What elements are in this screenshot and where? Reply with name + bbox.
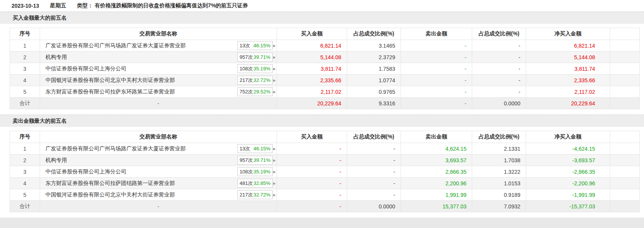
listed-times: 217次 — [240, 77, 253, 84]
rank-cell: 2 — [10, 52, 40, 63]
table-row: 1广发证券股份有限公司广州马场路广发证券大厦证券营业部13次46.15%▶6,8… — [10, 40, 640, 52]
net-amount: -15,377.03 — [526, 201, 610, 212]
listed-times: 957次 — [240, 54, 253, 61]
table-header-row: 序号 交易营业部名称 买入金额 占总成交比例(%) 卖出金额 占总成交比例(%)… — [10, 131, 640, 143]
expand-arrow-icon[interactable]: ▶ — [273, 55, 276, 59]
sell-amount: 1,991.99 — [401, 189, 472, 201]
net-amount: 20,229.64 — [526, 98, 610, 109]
empty-cell — [610, 189, 640, 201]
empty-cell — [610, 155, 640, 166]
branch-name: 广发证券股份有限公司广州马场路广发证券大厦证券营业部 — [45, 145, 237, 152]
empty-cell — [610, 86, 640, 98]
rank-cell: 4 — [10, 178, 40, 189]
sell-ratio: - — [472, 40, 526, 52]
buy-ratio: - — [347, 155, 401, 166]
branch-name-cell: 广发证券股份有限公司广州马场路广发证券大厦证券营业部13次46.15%▶ — [40, 143, 277, 155]
sell-amount: - — [401, 63, 472, 75]
expand-arrow-icon[interactable]: ▶ — [273, 90, 276, 94]
expand-arrow-icon[interactable]: ▶ — [273, 181, 276, 185]
table-row: 2机构专用957次39.71%▶5,144.082.3729--5,144.08 — [10, 52, 640, 63]
branch-name-cell: 中国银河证券股份有限公司北京中关村大街证券营业部217次32.72%▶ — [40, 75, 277, 86]
trade-count-badge[interactable]: 13次46.15% — [237, 144, 273, 153]
expand-arrow-icon[interactable]: ▶ — [273, 67, 276, 71]
trade-count-badge[interactable]: 13次46.15% — [237, 41, 273, 50]
rank-cell: 1 — [10, 143, 40, 155]
rank-cell: 1 — [10, 40, 40, 52]
branch-name-cell: 东方财富证券股份有限公司拉萨东环路第二证券营业部752次29.52%▶ — [40, 86, 277, 98]
net-amount: -1,991.99 — [526, 189, 610, 201]
rank-cell: 4 — [10, 75, 40, 86]
trade-count-badge[interactable]: 481次32.85% — [237, 179, 273, 188]
expand-arrow-icon[interactable]: ▶ — [273, 158, 276, 162]
empty-cell — [610, 178, 640, 189]
buy-amount: 6,821.14 — [277, 40, 347, 52]
sell-ratio: 7.0932 — [472, 201, 526, 212]
sell-amount: - — [401, 40, 472, 52]
sell-amount: 15,377.03 — [401, 201, 472, 212]
branch-name: 中国银河证券股份有限公司北京中关村大街证券营业部 — [45, 77, 237, 84]
net-amount: 3,811.74 — [526, 63, 610, 75]
net-amount: 2,117.02 — [526, 86, 610, 98]
col-sell-amount: 卖出金额 — [401, 28, 472, 40]
col-buy-amount: 买入金额 — [277, 28, 347, 40]
buy-ratio: 3.1465 — [347, 40, 401, 52]
trade-count-badge[interactable]: 957次39.71% — [237, 53, 273, 62]
sell-ratio: 1.7038 — [472, 155, 526, 166]
expand-arrow-icon[interactable]: ▶ — [273, 193, 276, 197]
rank-cell: 5 — [10, 189, 40, 201]
type-label: 类型： — [77, 2, 93, 9]
col-empty — [610, 28, 640, 40]
branch-name: 东方财富证券股份有限公司拉萨东环路第二证券营业部 — [45, 88, 237, 95]
trade-count-badge[interactable]: 752次29.52% — [237, 87, 273, 96]
buy-amount: 3,811.74 — [277, 63, 347, 75]
branch-name-cell: 中信证券股份有限公司上海分公司108次35.19%▶ — [40, 63, 277, 75]
branch-name-cell: 中信证券股份有限公司上海分公司108次35.19%▶ — [40, 166, 277, 178]
trade-count-badge[interactable]: 108次35.19% — [237, 167, 273, 176]
buy-ratio: - — [347, 178, 401, 189]
branch-name-cell: 机构专用957次39.71%▶ — [40, 52, 277, 63]
expand-arrow-icon[interactable]: ▶ — [273, 170, 276, 174]
date-type-bar: 2023-10-13 星期五 类型： 有价格涨跌幅限制的日收盘价格涨幅偏离值达到… — [0, 0, 644, 12]
trade-count-badge[interactable]: 957次39.71% — [237, 156, 273, 165]
rank-cell: 3 — [10, 166, 40, 178]
col-buy-ratio: 占总成交比例(%) — [347, 28, 401, 40]
empty-cell — [610, 63, 640, 75]
branch-name: 机构专用 — [45, 157, 237, 164]
win-rate: 46.15% — [253, 146, 270, 151]
col-sell-ratio: 占总成交比例(%) — [472, 131, 526, 143]
expand-arrow-icon[interactable]: ▶ — [273, 147, 276, 151]
branch-name-cell: 中国银河证券股份有限公司北京中关村大街证券营业部217次32.72%▶ — [40, 189, 277, 201]
col-buy-amount: 买入金额 — [277, 131, 347, 143]
rank-cell: 3 — [10, 63, 40, 75]
buy-ratio: 0.9765 — [347, 86, 401, 98]
buy-amount: - — [277, 155, 347, 166]
branch-name-cell: - — [40, 98, 277, 109]
expand-arrow-icon[interactable]: ▶ — [273, 78, 276, 82]
table-row: 2机构专用957次39.71%▶--3,693.571.7038-3,693.5… — [10, 155, 640, 166]
sell-amount: 2,200.96 — [401, 178, 472, 189]
sell-section-title: 卖出金额最大的前五名 — [0, 115, 644, 127]
table-row: 3中信证券股份有限公司上海分公司108次35.19%▶3,811.741.758… — [10, 63, 640, 75]
expand-arrow-icon[interactable]: ▶ — [273, 44, 276, 48]
branch-name: 中信证券股份有限公司上海分公司 — [45, 168, 237, 175]
empty-cell — [610, 52, 640, 63]
sell-amount: - — [401, 52, 472, 63]
trade-count-badge[interactable]: 108次35.19% — [237, 64, 273, 73]
sell-ratio: - — [472, 63, 526, 75]
buy-ratio: 0.0000 — [347, 201, 401, 212]
sell-table: 序号 交易营业部名称 买入金额 占总成交比例(%) 卖出金额 占总成交比例(%)… — [10, 131, 640, 212]
net-amount: -2,200.96 — [526, 178, 610, 189]
sell-ratio: 0.9189 — [472, 189, 526, 201]
trade-count-badge[interactable]: 217次32.72% — [237, 76, 273, 85]
buy-table: 序号 交易营业部名称 买入金额 占总成交比例(%) 卖出金额 占总成交比例(%)… — [10, 28, 640, 109]
type-text: 有价格涨跌幅限制的日收盘价格涨幅偏离值达到7%的前五只证券 — [95, 2, 248, 9]
sell-ratio: - — [472, 75, 526, 86]
buy-section-title: 买入金额最大的前五名 — [0, 12, 644, 24]
win-rate: 39.71% — [253, 54, 270, 60]
trade-count-badge[interactable]: 217次32.72% — [237, 190, 273, 199]
weekday: 星期五 — [50, 2, 66, 9]
table-header-row: 序号 交易营业部名称 买入金额 占总成交比例(%) 卖出金额 占总成交比例(%)… — [10, 28, 640, 40]
listed-times: 217次 — [240, 191, 253, 198]
win-rate: 46.15% — [253, 43, 270, 48]
empty-cell — [610, 166, 640, 178]
